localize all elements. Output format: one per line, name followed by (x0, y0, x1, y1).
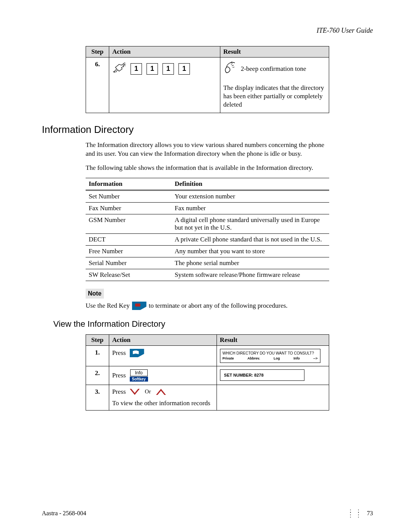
def-cell: Your extension number (172, 190, 329, 203)
press-label: Press (112, 388, 126, 396)
th-result: Result (220, 46, 329, 58)
footer-doc-id: Aastra - 2568-004 (42, 510, 86, 517)
def-cell: Any number that you want to store (172, 246, 329, 257)
info-cell: Fax Number (86, 203, 172, 214)
th-action: Action (109, 335, 217, 346)
th-step: Step (86, 46, 109, 58)
def-cell: A private Cell phone standard that is no… (172, 234, 329, 246)
information-definition-table: Information Definition Set NumberYour ex… (86, 178, 329, 281)
def-cell: Fax number (172, 203, 329, 214)
lcd-display: SET NUMBER: 8278 (220, 369, 304, 381)
digit-key: 1 (131, 63, 142, 75)
softkey-label: Softkey (130, 377, 148, 382)
th-definition: Definition (172, 178, 329, 190)
digit-key: 1 (147, 63, 158, 75)
step-number: 2. (86, 366, 109, 385)
subsection-heading-view-info-directory: View the Information Directory (53, 319, 373, 329)
step-result-empty (217, 385, 329, 410)
softkey-caption: Info (130, 369, 148, 376)
directory-key-icon (130, 349, 144, 357)
info-cell: SW Release/Set (86, 269, 172, 281)
def-cell: System software release/Phone firmware r… (172, 269, 329, 281)
lcd-menu-item: Log (274, 356, 280, 361)
step-table-top: Step Action Result 6. 1 1 1 (86, 46, 329, 113)
info-cell: GSM Number (86, 214, 172, 234)
th-step: Step (86, 335, 109, 346)
step-sub-action: To view the other information records (112, 399, 213, 407)
or-text: Or (145, 388, 151, 395)
page-number: 73 (367, 510, 373, 517)
intro-paragraph-1: The Information directory allows you to … (86, 141, 329, 158)
step-number: 1. (86, 346, 109, 366)
display-indicates-text: The display indicates that the directory… (223, 84, 326, 109)
nav-down-icon (130, 389, 140, 395)
th-action: Action (109, 46, 220, 58)
footer-dots-icon: ⋮⋮⋮⋮ (347, 511, 363, 516)
step-result: SET NUMBER: 8278 (217, 366, 329, 385)
intro-paragraph-2: The following table shows the informatio… (86, 164, 329, 173)
step-number: 6. (86, 58, 109, 113)
th-information: Information (86, 178, 172, 190)
def-cell: The phone serial number (172, 257, 329, 269)
page-footer: Aastra - 2568-004 ⋮⋮⋮⋮ 73 (42, 510, 373, 517)
note-label: Note (86, 289, 104, 299)
section-heading-information-directory: Information Directory (42, 124, 373, 136)
pointing-hand-icon (112, 62, 127, 75)
def-cell: A digital cell phone standard universall… (172, 214, 329, 234)
info-softkey-icon: Info Softkey (130, 369, 148, 382)
lcd-menu-item: Info (293, 356, 300, 361)
info-cell: Set Number (86, 190, 172, 203)
beep-confirmation-text: 2-beep confirmation tone (241, 65, 306, 73)
red-key-icon (132, 302, 147, 310)
note-block: Note Use the Red Key to terminate or abo… (86, 289, 373, 310)
lcd-display: WHICH DIRECTORY DO YOU WANT TO CONSULT? … (220, 349, 320, 363)
doc-header-title: ITE-760 User Guide (42, 27, 373, 35)
step-action: 1 1 1 1 (109, 58, 220, 113)
step-result: 2-beep confirmation tone The display ind… (220, 58, 329, 113)
step-number: 3. (86, 385, 109, 410)
info-cell: Free Number (86, 246, 172, 257)
digit-key: 1 (178, 63, 190, 75)
lcd-menu-item: --> (313, 356, 317, 361)
lcd-menu-item: Abbrev. (247, 356, 260, 361)
step-action: Press (109, 346, 217, 366)
step-action: Press Or To view the other information r… (109, 385, 217, 410)
step-result: WHICH DIRECTORY DO YOU WANT TO CONSULT? … (217, 346, 329, 366)
note-text-before: Use the Red Key (86, 302, 130, 310)
info-cell: DECT (86, 234, 172, 246)
press-label: Press (112, 349, 126, 357)
view-directory-step-table: Step Action Result 1. Press WHICH DIRECT… (86, 334, 329, 411)
digit-key: 1 (162, 63, 174, 75)
press-label: Press (112, 372, 126, 379)
lcd-menu-item: Private (223, 356, 234, 361)
nav-up-icon (156, 389, 166, 395)
step-action: Press Info Softkey (109, 366, 217, 385)
lcd-line-1: WHICH DIRECTORY DO YOU WANT TO CONSULT? (223, 351, 318, 356)
handset-speaker-icon (223, 61, 238, 77)
info-cell: Serial Number (86, 257, 172, 269)
th-result: Result (217, 335, 329, 346)
note-text-after: to terminate or abort any of the followi… (149, 302, 288, 310)
